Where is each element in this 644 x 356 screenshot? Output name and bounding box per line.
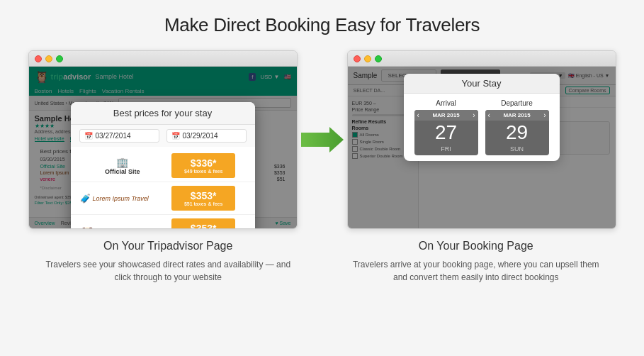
stay-departure-col: Departure ‹ MAR 2015 › 29 SUN [483,99,551,155]
your-stay-header: Your Stay [404,74,560,94]
ta-date-to-value: 03/29/2014 [183,132,218,140]
left-browser-content: 🦉 tripadvisor Sample Hotel f USD ▼ 🇺🇸 Bo… [29,67,297,228]
right-section-desc: Travelers arrive at your booking page, w… [349,258,604,284]
left-browser-window: 🦉 tripadvisor Sample Hotel f USD ▼ 🇺🇸 Bo… [28,50,298,229]
departure-day-name: SUN [485,145,549,155]
close-icon[interactable] [35,55,42,62]
stay-date-columns: Arrival ‹ MAR 2015 › 27 FRI [412,99,551,155]
ta-official-price-btn[interactable]: $336* $49 taxes & fees [171,153,235,178]
right-section-title: On Your Booking Page [419,240,533,252]
calendar-from-icon: 📅 [84,132,93,140]
calendar-to-icon: 📅 [171,132,180,140]
minimize-icon-right[interactable] [364,55,371,62]
main-title: Make Direct Booking Easy for Travelers [164,14,480,36]
arrival-month-label: MAR 2015 [432,112,459,118]
maximize-icon-right[interactable] [375,55,382,62]
ta-lorem-price: $353* [191,190,217,201]
your-stay-title: Your Stay [412,78,551,89]
ta-booking-row-venere: 🐶 venere.com $353* $51 tax › [71,215,255,229]
ta-booking-row-lorem: 🧳 Lorem Ipsum Travel $353* $51 taxes & f… [71,182,255,215]
ta-venere-site-info: 🐶 venere.com [79,226,166,230]
ta-lorem-taxes: $51 taxes & fees [184,201,222,206]
chevron-right-icon-2: › [244,194,246,202]
ta-best-prices-popup: Best prices for your stay 📅 03/27/2014 📅… [71,102,255,229]
arrival-day-number: 27 [414,121,478,145]
close-icon-right[interactable] [354,55,361,62]
departure-date-picker[interactable]: ‹ MAR 2015 › 29 SUN [485,110,549,155]
ta-lorem-site-info: 🧳 Lorem Ipsum Travel [79,194,166,204]
minimize-icon[interactable] [45,55,52,62]
chevron-right-icon-3: › [244,227,246,229]
left-section-title: On Your Tripadvisor Page [103,240,232,252]
ta-popup-header: Best prices for your stay [71,102,255,125]
right-browser-window: Sample SELECT DATES ROOMS & RATES EUR Eu… [347,50,616,229]
right-bottom-col: On Your Booking Page Travelers arrive at… [329,240,623,284]
ta-venere-price-btn[interactable]: $353* $51 tax [171,218,235,229]
stay-arrival-col: Arrival ‹ MAR 2015 › 27 FRI [412,99,480,155]
your-stay-body: Arrival ‹ MAR 2015 › 27 FRI [404,94,560,161]
ta-popup-dates: 📅 03/27/2014 📅 03/29/2014 [71,125,255,147]
ta-venere-label: venere.com [94,228,128,230]
maximize-icon[interactable] [56,55,63,62]
luggage-icon: 🧳 [79,194,90,204]
direction-arrow [301,126,344,154]
ta-booking-row-official: 🏢 Official Site $336* $49 taxes & fees › [71,150,255,182]
ta-date-from[interactable]: 📅 03/27/2014 [79,129,159,143]
departure-month-label: MAR 2015 [503,112,530,118]
browser-titlebar-left [29,51,297,67]
ta-official-taxes: $49 taxes & fees [184,169,222,174]
left-section-desc: Travelers see your showcased direct rate… [40,258,295,284]
departure-day-number: 29 [485,121,549,145]
chevron-right-icon: › [244,162,246,169]
departure-next-chevron[interactable]: › [543,111,546,119]
departure-label: Departure [501,99,532,107]
hotel-building-icon: 🏢 [116,157,128,168]
right-browser-content: Sample SELECT DATES ROOMS & RATES EUR Eu… [348,67,616,228]
ta-popup-title: Best prices for your stay [79,108,247,118]
arrival-date-picker[interactable]: ‹ MAR 2015 › 27 FRI [414,110,478,155]
arrow-container [298,126,347,154]
arrival-label: Arrival [436,99,456,107]
svg-marker-0 [301,127,344,152]
venere-logo-icon: 🐶 [79,226,91,230]
arrival-month-bar: ‹ MAR 2015 › [414,110,478,121]
ta-date-to[interactable]: 📅 03/29/2014 [166,129,247,143]
your-stay-popup: Your Stay Arrival ‹ MAR 2015 › [404,74,560,161]
ta-venere-price: $353* [191,223,217,229]
arrival-next-chevron[interactable]: › [473,111,475,119]
left-bottom-col: On Your Tripadvisor Page Travelers see y… [21,240,315,284]
ta-lorem-label: Lorem Ipsum Travel [93,195,149,202]
ta-official-price: $336* [191,157,217,169]
bottom-labels-row: On Your Tripadvisor Page Travelers see y… [14,229,630,287]
ta-date-from-value: 03/27/2014 [96,132,131,140]
departure-prev-chevron[interactable]: ‹ [488,111,490,119]
ta-official-site-info: 🏢 Official Site [79,157,166,175]
arrival-day-name: FRI [414,145,478,155]
arrival-prev-chevron[interactable]: ‹ [417,111,419,119]
ta-official-site-label: Official Site [105,168,140,175]
ta-lorem-price-btn[interactable]: $353* $51 taxes & fees [171,186,235,211]
browser-titlebar-right [348,51,616,67]
ta-booking-rows: 🏢 Official Site $336* $49 taxes & fees ›… [71,147,255,229]
departure-month-bar: ‹ MAR 2015 › [485,110,549,121]
